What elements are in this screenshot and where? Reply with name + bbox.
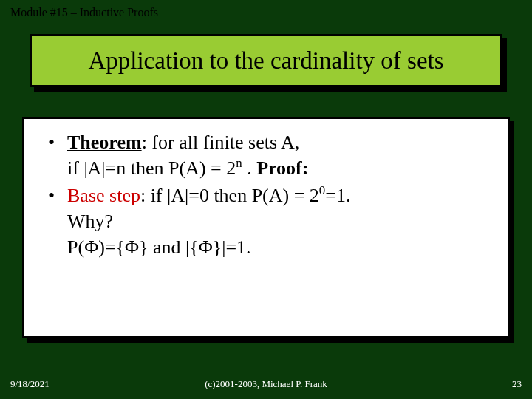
phi-symbol: Φ: [125, 236, 139, 258]
base-rest-b: =1.: [325, 185, 350, 206]
bullet-theorem: • Theorem: for all finite sets A, if |A|…: [48, 129, 487, 181]
p-line-c: } and |{: [139, 236, 199, 258]
why-text: Why?: [67, 211, 113, 232]
bullet-marker: •: [48, 129, 67, 155]
module-header: Module #15 – Inductive Proofs: [10, 6, 158, 19]
bullet-base: • Base step: if |A|=0 then P(A) = 20=1. …: [48, 183, 487, 260]
theorem-lead: : for all finite sets A,: [142, 132, 300, 153]
theorem-line2b: .: [242, 157, 257, 179]
proof-label: Proof:: [256, 157, 308, 179]
footer-copyright: (c)2001-2003, Michael P. Frank: [0, 378, 532, 390]
phi-symbol: Φ: [84, 236, 98, 258]
footer-page-number: 23: [512, 378, 522, 390]
base-rest-a: : if |A|=0 then P(A) = 2: [140, 185, 319, 206]
base-step-label: Base step: [67, 185, 140, 206]
slide-title: Application to the cardinality of sets: [88, 47, 443, 75]
slide-title-box: Application to the cardinality of sets: [30, 34, 502, 87]
p-line-d: }|=1.: [213, 236, 251, 258]
theorem-label: Theorem: [67, 132, 142, 153]
phi-symbol: Φ: [199, 236, 213, 258]
bullet-marker: •: [48, 183, 67, 208]
theorem-line2a: if |A|=n then P(A) = 2: [67, 157, 236, 179]
bullet-body: Base step: if |A|=0 then P(A) = 20=1. Wh…: [67, 183, 487, 260]
p-line-a: P(: [67, 236, 84, 258]
content-box: • Theorem: for all finite sets A, if |A|…: [22, 117, 510, 338]
theorem-sup-n: n: [236, 156, 242, 170]
p-line-b: )={: [98, 236, 125, 258]
bullet-body: Theorem: for all finite sets A, if |A|=n…: [67, 129, 487, 181]
